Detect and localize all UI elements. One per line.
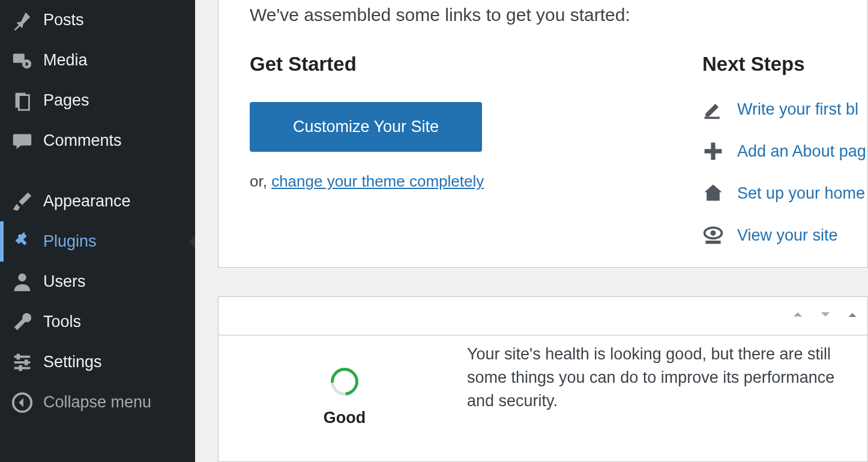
svg-point-4: [18, 273, 26, 281]
panel-toggle-icon[interactable]: [846, 307, 859, 326]
sidebar-item-plugins[interactable]: Plugins: [0, 221, 195, 262]
health-circle-icon: [325, 362, 364, 401]
get-started-heading: Get Started: [250, 53, 610, 76]
sidebar-item-label: Media: [43, 51, 195, 70]
svg-rect-3: [19, 95, 29, 110]
sidebar-item-label: Posts: [43, 11, 195, 29]
home-icon: [702, 182, 724, 204]
sidebar-item-label: Tools: [43, 313, 195, 331]
pages-icon: [11, 89, 34, 112]
sidebar-separator: [0, 161, 195, 181]
next-link-label: Set up your home: [737, 184, 865, 203]
svg-rect-17: [705, 241, 720, 244]
panel-controls: [791, 297, 859, 335]
site-health-panel: Good Your site's health is looking good,…: [218, 296, 868, 462]
or-prefix: or,: [250, 172, 271, 190]
next-steps-column: Next Steps Write your first bl Add an Ab…: [702, 53, 868, 266]
next-link-label: Add an About pag: [737, 142, 866, 161]
brush-icon: [11, 190, 34, 213]
sidebar-item-label: Users: [43, 272, 195, 291]
sidebar-item-label: Appearance: [43, 192, 195, 211]
next-link-view-site[interactable]: View your site: [702, 224, 868, 246]
site-health-indicator: Good: [267, 368, 423, 427]
svg-rect-0: [13, 53, 25, 62]
sliders-icon: [11, 351, 34, 374]
svg-rect-9: [25, 359, 28, 365]
comment-icon: [11, 130, 34, 152]
wrench-icon: [11, 311, 34, 334]
welcome-intro: We've assembled some links to get you st…: [250, 5, 630, 25]
change-theme-link[interactable]: change your theme completely: [271, 172, 484, 190]
sidebar-item-media[interactable]: Media: [0, 40, 195, 80]
sidebar-item-label: Settings: [43, 353, 195, 371]
or-change-theme: or, change your theme completely: [250, 172, 610, 191]
sidebar-item-appearance[interactable]: Appearance: [0, 181, 195, 221]
next-link-write-post[interactable]: Write your first bl: [702, 98, 868, 120]
svg-rect-14: [705, 149, 722, 153]
edit-icon: [702, 98, 724, 120]
svg-rect-8: [17, 353, 20, 359]
pin-icon: [11, 9, 34, 32]
panel-move-up-icon[interactable]: [791, 307, 805, 326]
site-health-status: Good: [267, 409, 423, 427]
next-link-add-page[interactable]: Add an About pag: [702, 140, 868, 162]
customize-site-button[interactable]: Customize Your Site: [250, 102, 482, 152]
svg-rect-10: [19, 365, 22, 371]
sidebar-item-label: Comments: [43, 131, 195, 150]
sidebar-item-pages[interactable]: Pages: [0, 80, 195, 121]
sidebar-item-comments[interactable]: Comments: [0, 121, 195, 161]
next-steps-heading: Next Steps: [702, 53, 868, 76]
sidebar-item-settings[interactable]: Settings: [0, 342, 195, 382]
eye-icon: [702, 224, 724, 246]
sidebar-item-posts[interactable]: Posts: [0, 0, 195, 40]
admin-sidebar: Posts Media Pages Comments Appearance Pl…: [0, 0, 195, 462]
content-area: We've assembled some links to get you st…: [195, 0, 868, 462]
site-health-message: Your site's health is looking good, but …: [467, 343, 851, 413]
media-icon: [11, 49, 34, 72]
svg-point-16: [711, 230, 716, 236]
sidebar-item-tools[interactable]: Tools: [0, 302, 195, 342]
get-started-column: Get Started Customize Your Site or, chan…: [250, 53, 610, 191]
welcome-panel: We've assembled some links to get you st…: [218, 0, 868, 268]
sidebar-item-users[interactable]: Users: [0, 262, 195, 302]
collapse-icon: [11, 391, 34, 414]
user-icon: [11, 271, 34, 293]
sidebar-item-label: Pages: [43, 91, 195, 110]
plus-icon: [702, 140, 724, 162]
sidebar-item-label: Plugins: [43, 232, 195, 251]
svg-rect-12: [705, 117, 720, 119]
next-link-setup-home[interactable]: Set up your home: [702, 182, 868, 204]
panel-move-down-icon[interactable]: [818, 307, 833, 326]
sidebar-collapse-label: Collapse menu: [43, 393, 195, 412]
sidebar-collapse[interactable]: Collapse menu: [0, 382, 195, 422]
next-link-label: Write your first bl: [737, 100, 858, 119]
next-link-label: View your site: [737, 226, 838, 245]
plug-icon: [11, 230, 34, 253]
panel-header: [219, 297, 867, 335]
